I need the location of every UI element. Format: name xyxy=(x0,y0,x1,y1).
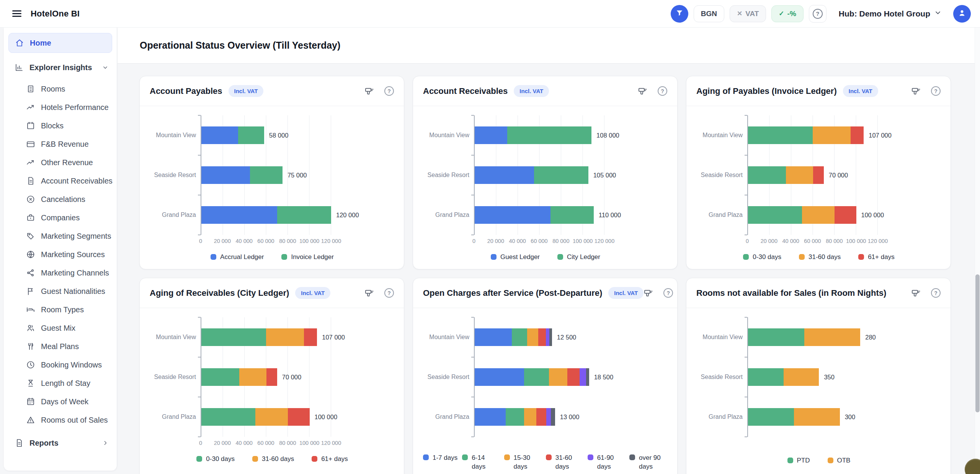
legend-item-61-days[interactable]: 61+ days xyxy=(312,455,348,463)
menu-icon[interactable] xyxy=(12,10,21,17)
legend-item-61-90-days[interactable]: 61-90 days xyxy=(588,454,625,471)
sidebar-item-account-receivables[interactable]: Account Receivables xyxy=(4,172,117,190)
bar-segment-accrual-ledger[interactable] xyxy=(201,206,277,224)
chart-help-icon[interactable]: ? xyxy=(658,86,667,96)
bar-segment-15-30-days[interactable] xyxy=(549,368,567,386)
drilldown-icon[interactable] xyxy=(364,86,375,97)
bar-segment-6-14-days[interactable] xyxy=(524,368,549,386)
vat-toggle[interactable]: ✕ VAT xyxy=(730,5,766,22)
bar-segment-guest-ledger[interactable] xyxy=(475,206,550,224)
chart-help-icon[interactable]: ? xyxy=(931,86,941,96)
legend-item-over-90-days[interactable]: over 90 days xyxy=(629,454,666,471)
chart-help-icon[interactable]: ? xyxy=(384,86,394,96)
sidebar-item-cancelations[interactable]: Cancelations xyxy=(4,190,117,208)
bar-segment-accrual-ledger[interactable] xyxy=(201,166,250,184)
bar-segment-ptd[interactable] xyxy=(748,368,784,386)
bar-segment-61-90-days[interactable] xyxy=(580,368,586,386)
sidebar-item-f-b-revenue[interactable]: F&B Revenue xyxy=(4,135,117,153)
bar-segment-31-60-days[interactable] xyxy=(786,166,813,184)
sidebar-item-hotels-performance[interactable]: Hotels Performance xyxy=(4,98,117,116)
filter-button[interactable] xyxy=(671,5,688,23)
bar-segment-0-30-days[interactable] xyxy=(201,408,255,426)
bar-segment-31-60-days[interactable] xyxy=(813,126,851,144)
bar-segment-otb[interactable] xyxy=(794,408,840,426)
bar-segment-15-30-days[interactable] xyxy=(527,328,538,346)
bar-segment-guest-ledger[interactable] xyxy=(475,166,534,184)
sidebar-item-marketing-sources[interactable]: Marketing Sources xyxy=(4,245,117,264)
bar-segment-0-30-days[interactable] xyxy=(748,206,802,224)
sidebar-item-length-of-stay[interactable]: Length of Stay xyxy=(4,374,117,392)
legend-item-0-30-days[interactable]: 0-30 days xyxy=(743,253,781,261)
sidebar-item-guest-mix[interactable]: Guest Mix xyxy=(4,319,117,337)
bar-segment-invoice-ledger[interactable] xyxy=(250,166,283,184)
sidebar-item-booking-windows[interactable]: Booking Windows xyxy=(4,356,117,374)
bar-segment-61-days[interactable] xyxy=(851,126,864,144)
sidebar-item-other-revenue[interactable]: Other Revenue xyxy=(4,153,117,172)
chart-help-icon[interactable]: ? xyxy=(663,288,673,298)
sidebar-item-guest-nationalities[interactable]: Guest Nationalities xyxy=(4,282,117,300)
bar-segment-61-90-days[interactable] xyxy=(546,328,550,346)
bar-segment-city-ledger[interactable] xyxy=(550,206,594,224)
bar-segment-otb[interactable] xyxy=(784,368,819,386)
percent-toggle[interactable]: ✓ -% xyxy=(771,5,803,22)
bar-segment-31-60-days[interactable] xyxy=(239,368,266,386)
bar-segment-1-7-days[interactable] xyxy=(475,408,506,426)
legend-item-guest-ledger[interactable]: Guest Ledger xyxy=(491,253,540,261)
bar-segment-0-30-days[interactable] xyxy=(201,328,266,346)
bar-segment-31-60-days[interactable] xyxy=(538,328,546,346)
drilldown-icon[interactable] xyxy=(911,86,922,97)
sidebar-item-marketing-segments[interactable]: Marketing Segments xyxy=(4,227,117,245)
bar-segment-31-60-days[interactable] xyxy=(567,368,580,386)
bar-segment-61-days[interactable] xyxy=(813,166,824,184)
bar-segment-0-30-days[interactable] xyxy=(748,126,813,144)
bar-segment-6-14-days[interactable] xyxy=(512,328,527,346)
bar-segment-31-60-days[interactable] xyxy=(255,408,288,426)
bar-segment-1-7-days[interactable] xyxy=(475,328,512,346)
legend-item-31-60-days[interactable]: 31-60 days xyxy=(252,455,294,463)
legend-item-0-30-days[interactable]: 0-30 days xyxy=(196,455,235,463)
sidebar-item-explorer-insights[interactable]: Explorer Insights xyxy=(4,58,117,77)
sidebar-item-days-of-week[interactable]: Days of Week xyxy=(4,392,117,411)
bar-segment-0-30-days[interactable] xyxy=(748,166,786,184)
bar-segment-over-90-days[interactable] xyxy=(549,328,552,346)
chart-help-icon[interactable]: ? xyxy=(931,288,941,298)
bar-segment-city-ledger[interactable] xyxy=(507,126,591,144)
sidebar-item-rooms-out-of-sales[interactable]: Rooms out of Sales xyxy=(4,411,117,429)
bar-segment-accrual-ledger[interactable] xyxy=(201,126,238,144)
drilldown-icon[interactable] xyxy=(911,288,922,299)
drilldown-icon[interactable] xyxy=(638,86,648,97)
legend-item-6-14-days[interactable]: 6-14 days xyxy=(462,454,499,471)
hub-selector[interactable]: Hub: Demo Hotel Group xyxy=(839,9,942,18)
bar-segment-over-90-days[interactable] xyxy=(586,368,589,386)
legend-item-city-ledger[interactable]: City Ledger xyxy=(557,253,600,261)
bar-segment-otb[interactable] xyxy=(804,328,861,346)
sidebar-item-blocks[interactable]: Blocks xyxy=(4,116,117,135)
sidebar-item-home[interactable]: Home xyxy=(8,33,112,53)
bar-segment-ptd[interactable] xyxy=(748,408,794,426)
bar-segment-61-days[interactable] xyxy=(266,368,277,386)
sidebar-item-marketing-channels[interactable]: Marketing Channels xyxy=(4,264,117,282)
currency-toggle[interactable]: BGN xyxy=(694,5,724,22)
bar-segment-31-60-days[interactable] xyxy=(536,408,546,426)
bar-segment-guest-ledger[interactable] xyxy=(475,126,507,144)
bar-segment-city-ledger[interactable] xyxy=(534,166,588,184)
bar-segment-61-days[interactable] xyxy=(304,328,317,346)
sidebar-item-reports[interactable]: Reports xyxy=(4,434,117,452)
bar-segment-61-90-days[interactable] xyxy=(546,408,550,426)
drilldown-icon[interactable] xyxy=(644,288,654,299)
bar-segment-over-90-days[interactable] xyxy=(551,408,555,426)
bar-segment-31-60-days[interactable] xyxy=(266,328,304,346)
legend-item-61-days[interactable]: 61+ days xyxy=(858,253,894,261)
drilldown-icon[interactable] xyxy=(364,288,375,299)
legend-item-31-60-days[interactable]: 31-60 days xyxy=(546,454,583,471)
chart-help-icon[interactable]: ? xyxy=(384,288,394,298)
scrollbar-track[interactable] xyxy=(975,28,980,474)
legend-item-1-7-days[interactable]: 1-7 days xyxy=(423,454,457,463)
bar-segment-31-60-days[interactable] xyxy=(802,206,835,224)
legend-item-15-30-days[interactable]: 15-30 days xyxy=(504,454,541,471)
bar-segment-61-days[interactable] xyxy=(835,206,856,224)
legend-item-accrual-ledger[interactable]: Accrual Ledger xyxy=(211,253,264,261)
bar-segment-ptd[interactable] xyxy=(748,328,804,346)
scrollbar-thumb[interactable] xyxy=(975,274,980,412)
bar-segment-invoice-ledger[interactable] xyxy=(277,206,331,224)
